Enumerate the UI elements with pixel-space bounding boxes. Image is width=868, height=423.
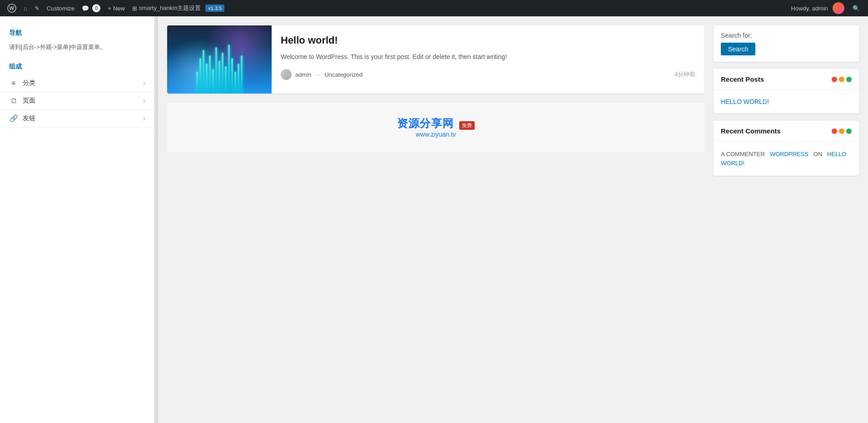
commenter-name: A COMMENTER [721,151,765,157]
edit-site-button[interactable]: ✎ [31,0,43,16]
pages-icon: 🗋 [9,97,18,104]
customizer-sidebar: 导航 请到[后台->外观->菜单]中设置菜单。 组成 ≡ 分类 › 🗋 页面 ›… [0,16,154,423]
dot-yellow [839,77,844,82]
search-widget: Search for: Search [714,25,859,62]
categories-arrow-icon: › [143,79,145,87]
comment-icon: 💬 [82,5,89,12]
dot-green-2 [846,128,852,134]
new-label: New [113,5,125,12]
comment-on-text: ON [813,151,823,157]
watermark-site-name: 资源分享网 [397,117,454,129]
customize-label: Customize [47,5,74,12]
post-card: Hello world! Welcome to WordPress. This … [167,25,704,93]
customize-button[interactable]: Customize [43,0,78,16]
recent-comments-header: Recent Comments [714,121,859,142]
dot-red-2 [832,128,837,134]
plugin-badge: v1.3.5 [205,5,224,12]
post-author: admin [295,71,311,78]
recent-post-link-0[interactable]: HELLO WORLD! [721,96,852,107]
widget-dots [832,77,852,82]
widget-dots-2 [832,128,852,134]
recent-comments-widget: Recent Comments A COMMENTER WORDPRESS ON [714,121,859,176]
watermark-url: www.ziyuan.tv [176,131,695,138]
howdy-menu[interactable]: Howdy, admin [788,0,848,16]
preview-main: Hello world! Welcome to WordPress. This … [167,25,704,152]
meta-divider: — [315,71,321,78]
links-label: 友链 [23,114,143,123]
search-widget-body: Search for: Search [714,25,859,62]
post-title: Hello world! [281,34,695,46]
plus-icon: + [108,5,111,12]
post-excerpt: Welcome to WordPress. This is your first… [281,52,695,62]
recent-posts-widget: Recent Posts HELLO WORLD! [714,69,859,113]
dashboard-icon: ⌂ [24,5,27,12]
sidebar-item-categories[interactable]: ≡ 分类 › [0,74,154,92]
recent-comments-title: Recent Comments [721,127,828,135]
compose-section-title: 组成 [0,57,154,74]
admin-bar-right: Howdy, admin 🔍 [788,0,864,16]
links-icon: 🔗 [9,114,18,123]
main-layout: 导航 请到[后台->外观->菜单]中设置菜单。 组成 ≡ 分类 › 🗋 页面 ›… [0,16,868,423]
resize-handle[interactable] [154,16,158,423]
pages-label: 页面 [23,97,143,105]
dot-green [846,77,852,82]
search-button[interactable]: 🔍 [848,0,864,16]
content-area: Hello world! Welcome to WordPress. This … [158,16,868,423]
admin-bar: W ⌂ ✎ Customize 💬 0 + New ⊞ smarty_hanki… [0,0,868,16]
dot-yellow-2 [839,128,844,134]
comments-button[interactable]: 💬 0 [78,0,104,16]
recent-comments-body: A COMMENTER WORDPRESS ON HELLO WORLD! [714,142,859,176]
dot-red [832,77,837,82]
thumbnail-rods [167,39,272,93]
sidebar-item-pages[interactable]: 🗋 页面 › [0,92,154,110]
post-time: 4分钟前 [675,70,695,79]
svg-text:W: W [10,5,15,11]
post-meta: admin — Uncategorized 4分钟前 [281,69,695,80]
avatar [833,2,844,14]
wp-logo-button[interactable]: W [4,0,20,16]
howdy-text: Howdy, admin [791,5,828,12]
comment-count: 0 [92,4,100,12]
author-avatar [281,69,292,80]
watermark-badge: 免费 [459,121,475,130]
recent-posts-body: HELLO WORLD! [714,90,859,113]
categories-label: 分类 [23,79,143,87]
links-arrow-icon: › [143,114,145,123]
search-icon: 🔍 [853,5,860,12]
categories-icon: ≡ [9,79,18,87]
search-submit-button[interactable]: Search [721,43,755,55]
comment-wordpress-link[interactable]: WORDPRESS [770,151,808,157]
post-thumbnail [167,25,272,93]
plugin-item[interactable]: ⊞ smarty_hankin主题设置 v1.3.5 [129,0,228,16]
new-content-button[interactable]: + New [104,0,129,16]
post-content: Hello world! Welcome to WordPress. This … [272,25,704,93]
recent-posts-header: Recent Posts [714,69,859,90]
dashboard-button[interactable]: ⌂ [20,0,31,16]
plugin-title: smarty_hankin主题设置 [139,4,201,12]
pages-arrow-icon: › [143,97,145,105]
watermark-area: 资源分享网 免费 www.ziyuan.tv [167,103,704,152]
plugin-icon: ⊞ [132,5,137,12]
watermark-content: 资源分享网 免费 [176,116,695,131]
comment-item: A COMMENTER WORDPRESS ON HELLO WORLD! [721,148,852,169]
post-category: Uncategorized [324,71,362,78]
nav-description: 请到[后台->外观->菜单]中设置菜单。 [0,41,154,57]
recent-posts-title: Recent Posts [721,75,828,83]
nav-section-title: 导航 [0,25,154,41]
sidebar-item-links[interactable]: 🔗 友链 › [0,110,154,128]
edit-icon: ✎ [35,5,40,12]
sidebar-widgets: Search for: Search Recent Posts HELLO WO… [714,25,859,176]
search-for-label: Search for: [721,32,852,39]
